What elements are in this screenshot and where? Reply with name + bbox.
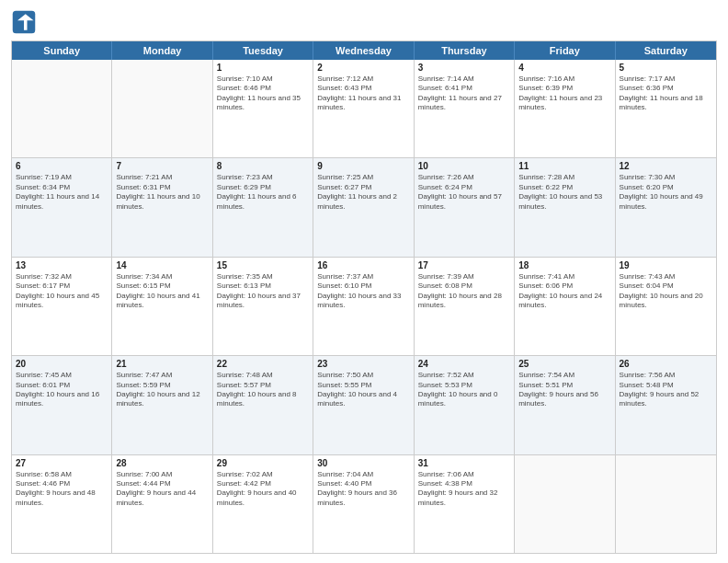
day-info: Sunrise: 7:30 AM Sunset: 6:20 PM Dayligh… — [620, 173, 712, 212]
day-number: 13 — [16, 260, 108, 270]
logo — [11, 9, 40, 35]
day-cell-10: 10Sunrise: 7:26 AM Sunset: 6:24 PM Dayli… — [415, 158, 515, 256]
day-number: 8 — [217, 161, 309, 171]
day-header-friday: Friday — [515, 41, 615, 60]
day-info: Sunrise: 7:52 AM Sunset: 5:53 PM Dayligh… — [418, 371, 510, 409]
day-number: 5 — [620, 63, 712, 73]
day-number: 4 — [518, 63, 610, 73]
day-info: Sunrise: 7:14 AM Sunset: 6:41 PM Dayligh… — [418, 75, 510, 113]
day-info: Sunrise: 7:34 AM Sunset: 6:15 PM Dayligh… — [116, 272, 208, 311]
day-info: Sunrise: 7:00 AM Sunset: 4:44 PM Dayligh… — [116, 470, 208, 509]
day-number: 23 — [317, 359, 409, 369]
day-number: 10 — [418, 161, 510, 171]
day-number: 2 — [317, 63, 409, 73]
day-cell-2: 2Sunrise: 7:12 AM Sunset: 6:43 PM Daylig… — [313, 60, 414, 157]
calendar-row-2: 13Sunrise: 7:32 AM Sunset: 6:17 PM Dayli… — [12, 257, 716, 355]
page: SundayMondayTuesdayWednesdayThursdayFrid… — [0, 0, 728, 563]
logo-icon — [11, 9, 37, 35]
day-info: Sunrise: 7:54 AM Sunset: 5:51 PM Dayligh… — [518, 371, 610, 409]
day-cell-14: 14Sunrise: 7:34 AM Sunset: 6:15 PM Dayli… — [112, 258, 212, 355]
empty-cell — [112, 60, 212, 157]
day-info: Sunrise: 7:45 AM Sunset: 6:01 PM Dayligh… — [16, 371, 108, 409]
day-number: 17 — [418, 260, 510, 270]
day-cell-4: 4Sunrise: 7:16 AM Sunset: 6:39 PM Daylig… — [515, 60, 615, 157]
day-cell-24: 24Sunrise: 7:52 AM Sunset: 5:53 PM Dayli… — [415, 356, 515, 454]
day-cell-27: 27Sunrise: 6:58 AM Sunset: 4:46 PM Dayli… — [12, 455, 112, 553]
day-number: 27 — [16, 458, 108, 468]
day-cell-31: 31Sunrise: 7:06 AM Sunset: 4:38 PM Dayli… — [415, 455, 515, 553]
day-header-thursday: Thursday — [415, 41, 515, 60]
day-cell-3: 3Sunrise: 7:14 AM Sunset: 6:41 PM Daylig… — [415, 60, 515, 157]
day-info: Sunrise: 7:39 AM Sunset: 6:08 PM Dayligh… — [418, 272, 510, 311]
day-cell-6: 6Sunrise: 7:19 AM Sunset: 6:34 PM Daylig… — [12, 158, 112, 256]
day-cell-23: 23Sunrise: 7:50 AM Sunset: 5:55 PM Dayli… — [313, 356, 414, 454]
day-number: 11 — [518, 161, 610, 171]
day-cell-26: 26Sunrise: 7:56 AM Sunset: 5:48 PM Dayli… — [616, 356, 716, 454]
day-cell-28: 28Sunrise: 7:00 AM Sunset: 4:44 PM Dayli… — [112, 455, 212, 553]
day-info: Sunrise: 7:17 AM Sunset: 6:36 PM Dayligh… — [620, 75, 712, 113]
day-cell-21: 21Sunrise: 7:47 AM Sunset: 5:59 PM Dayli… — [112, 356, 212, 454]
day-number: 15 — [217, 260, 309, 270]
day-number: 21 — [116, 359, 208, 369]
day-cell-16: 16Sunrise: 7:37 AM Sunset: 6:10 PM Dayli… — [313, 258, 414, 355]
day-info: Sunrise: 7:16 AM Sunset: 6:39 PM Dayligh… — [518, 75, 610, 113]
day-cell-17: 17Sunrise: 7:39 AM Sunset: 6:08 PM Dayli… — [415, 258, 515, 355]
day-number: 20 — [16, 359, 108, 369]
day-info: Sunrise: 6:58 AM Sunset: 4:46 PM Dayligh… — [16, 470, 108, 509]
day-cell-9: 9Sunrise: 7:25 AM Sunset: 6:27 PM Daylig… — [313, 158, 414, 256]
day-info: Sunrise: 7:19 AM Sunset: 6:34 PM Dayligh… — [16, 173, 108, 212]
day-number: 31 — [418, 458, 510, 468]
day-info: Sunrise: 7:10 AM Sunset: 6:46 PM Dayligh… — [217, 75, 309, 113]
day-header-sunday: Sunday — [12, 41, 112, 60]
day-number: 29 — [217, 458, 309, 468]
day-info: Sunrise: 7:06 AM Sunset: 4:38 PM Dayligh… — [418, 470, 510, 509]
day-info: Sunrise: 7:28 AM Sunset: 6:22 PM Dayligh… — [518, 173, 610, 212]
day-info: Sunrise: 7:25 AM Sunset: 6:27 PM Dayligh… — [317, 173, 409, 212]
day-number: 3 — [418, 63, 510, 73]
day-number: 7 — [116, 161, 208, 171]
day-cell-12: 12Sunrise: 7:30 AM Sunset: 6:20 PM Dayli… — [616, 158, 716, 256]
calendar-body: 1Sunrise: 7:10 AM Sunset: 6:46 PM Daylig… — [12, 60, 716, 553]
day-cell-11: 11Sunrise: 7:28 AM Sunset: 6:22 PM Dayli… — [515, 158, 615, 256]
day-number: 25 — [518, 359, 610, 369]
day-number: 1 — [217, 63, 309, 73]
day-number: 24 — [418, 359, 510, 369]
calendar-row-0: 1Sunrise: 7:10 AM Sunset: 6:46 PM Daylig… — [12, 60, 716, 157]
day-info: Sunrise: 7:50 AM Sunset: 5:55 PM Dayligh… — [317, 371, 409, 409]
day-info: Sunrise: 7:26 AM Sunset: 6:24 PM Dayligh… — [418, 173, 510, 212]
day-cell-5: 5Sunrise: 7:17 AM Sunset: 6:36 PM Daylig… — [616, 60, 716, 157]
day-cell-13: 13Sunrise: 7:32 AM Sunset: 6:17 PM Dayli… — [12, 258, 112, 355]
day-number: 22 — [217, 359, 309, 369]
day-number: 18 — [518, 260, 610, 270]
day-info: Sunrise: 7:32 AM Sunset: 6:17 PM Dayligh… — [16, 272, 108, 311]
empty-cell — [616, 455, 716, 553]
day-number: 12 — [620, 161, 712, 171]
day-info: Sunrise: 7:43 AM Sunset: 6:04 PM Dayligh… — [620, 272, 712, 311]
day-cell-20: 20Sunrise: 7:45 AM Sunset: 6:01 PM Dayli… — [12, 356, 112, 454]
day-header-monday: Monday — [112, 41, 212, 60]
day-info: Sunrise: 7:37 AM Sunset: 6:10 PM Dayligh… — [317, 272, 409, 311]
day-number: 26 — [620, 359, 712, 369]
day-info: Sunrise: 7:04 AM Sunset: 4:40 PM Dayligh… — [317, 470, 409, 509]
calendar-row-1: 6Sunrise: 7:19 AM Sunset: 6:34 PM Daylig… — [12, 157, 716, 256]
empty-cell — [515, 455, 615, 553]
day-info: Sunrise: 7:47 AM Sunset: 5:59 PM Dayligh… — [116, 371, 208, 409]
day-cell-30: 30Sunrise: 7:04 AM Sunset: 4:40 PM Dayli… — [313, 455, 414, 553]
empty-cell — [12, 60, 112, 157]
day-cell-22: 22Sunrise: 7:48 AM Sunset: 5:57 PM Dayli… — [213, 356, 313, 454]
day-number: 16 — [317, 260, 409, 270]
day-info: Sunrise: 7:35 AM Sunset: 6:13 PM Dayligh… — [217, 272, 309, 311]
day-info: Sunrise: 7:56 AM Sunset: 5:48 PM Dayligh… — [620, 371, 712, 409]
day-info: Sunrise: 7:02 AM Sunset: 4:42 PM Dayligh… — [217, 470, 309, 509]
day-cell-7: 7Sunrise: 7:21 AM Sunset: 6:31 PM Daylig… — [112, 158, 212, 256]
day-header-wednesday: Wednesday — [313, 41, 414, 60]
day-cell-25: 25Sunrise: 7:54 AM Sunset: 5:51 PM Dayli… — [515, 356, 615, 454]
day-header-tuesday: Tuesday — [213, 41, 313, 60]
day-cell-19: 19Sunrise: 7:43 AM Sunset: 6:04 PM Dayli… — [616, 258, 716, 355]
day-info: Sunrise: 7:12 AM Sunset: 6:43 PM Dayligh… — [317, 75, 409, 113]
day-info: Sunrise: 7:48 AM Sunset: 5:57 PM Dayligh… — [217, 371, 309, 409]
day-number: 6 — [16, 161, 108, 171]
header — [11, 9, 717, 35]
day-header-saturday: Saturday — [616, 41, 716, 60]
calendar: SundayMondayTuesdayWednesdayThursdayFrid… — [11, 40, 717, 554]
